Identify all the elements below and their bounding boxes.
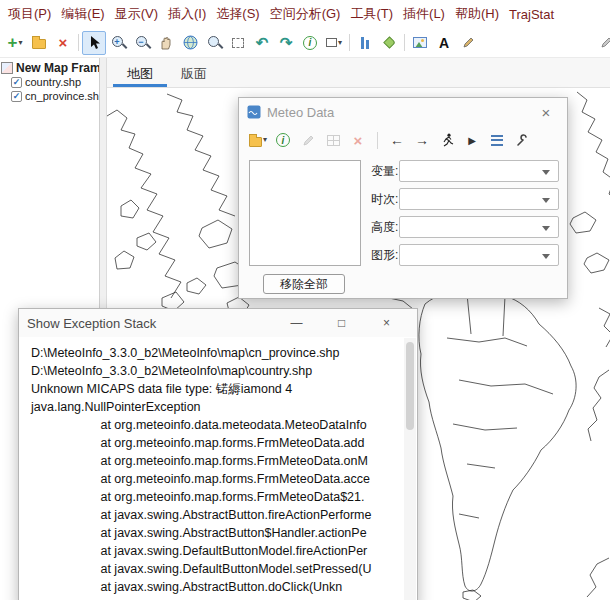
pen-icon xyxy=(302,134,315,147)
draw-data-button[interactable] xyxy=(299,131,317,149)
exception-stack-text[interactable]: D:\MeteoInfo_3.3.0_b2\MeteoInfo\map\cn_p… xyxy=(19,337,417,600)
animate-button[interactable] xyxy=(438,131,456,149)
step-button[interactable]: ▶ xyxy=(463,131,481,149)
graphic-combobox[interactable] xyxy=(399,244,559,266)
previous-time-button[interactable]: ← xyxy=(388,131,406,149)
dialog-title: Show Exception Stack xyxy=(27,316,156,331)
menu-trajstat[interactable]: TrajStat xyxy=(504,3,559,26)
main-toolbar: + ▾ × + − xyxy=(0,28,610,58)
map-frame-icon xyxy=(1,62,13,74)
text-icon: A xyxy=(439,36,449,50)
map-frame-node[interactable]: New Map Frame xyxy=(1,61,98,75)
data-info-button[interactable]: i xyxy=(274,131,292,149)
cursor-arrow-icon xyxy=(88,35,101,50)
layer-label: cn_province.shp xyxy=(25,90,100,102)
menu-plugins[interactable]: 插件(L) xyxy=(398,1,450,27)
menu-help[interactable]: 帮助(H) xyxy=(450,1,504,27)
select-tool-button[interactable] xyxy=(82,31,106,55)
insert-image-button[interactable] xyxy=(408,31,432,55)
menu-tools[interactable]: 工具(T) xyxy=(345,1,398,27)
zoom-to-extent-button[interactable] xyxy=(202,31,226,55)
label-button[interactable] xyxy=(377,31,401,55)
stack-line: java.lang.NullPointerException xyxy=(31,398,403,416)
full-extent-button[interactable] xyxy=(178,31,202,55)
insert-text-button[interactable]: A xyxy=(432,31,456,55)
play-icon: ▶ xyxy=(468,135,476,146)
layer-item-country[interactable]: ✓ country.shp xyxy=(1,75,98,89)
menu-spatial-analysis[interactable]: 空间分析(G) xyxy=(265,1,346,27)
close-button[interactable]: × xyxy=(364,316,409,330)
window-controls: — □ × xyxy=(274,316,409,330)
level-combobox[interactable] xyxy=(399,216,559,238)
exception-dialog-titlebar[interactable]: Show Exception Stack — □ × xyxy=(19,309,417,337)
close-button[interactable]: × xyxy=(533,104,559,121)
clipped-toolbar-button[interactable] xyxy=(594,31,610,55)
layer-label: country.shp xyxy=(25,76,81,88)
remove-all-button[interactable]: 移除全部 xyxy=(263,274,345,294)
layer-checkbox[interactable]: ✓ xyxy=(11,77,22,88)
maximize-button[interactable]: □ xyxy=(319,316,364,330)
tag-icon xyxy=(383,36,396,49)
variable-row: 变量: xyxy=(371,160,559,182)
time-label: 时次: xyxy=(371,191,399,208)
arrow-left-icon: ← xyxy=(390,132,404,148)
table-icon xyxy=(327,135,340,146)
variable-label: 变量: xyxy=(371,163,399,180)
redo-button[interactable]: ↷ xyxy=(274,31,298,55)
wrench-icon xyxy=(516,134,529,147)
measure-button[interactable] xyxy=(353,31,377,55)
meteo-dialog-titlebar[interactable]: Meteo Data × xyxy=(239,98,567,126)
open-file-button[interactable] xyxy=(27,31,51,55)
identify-button[interactable]: i xyxy=(298,31,322,55)
next-time-button[interactable]: → xyxy=(413,131,431,149)
zoom-out-button[interactable]: − xyxy=(130,31,154,55)
remove-data-button[interactable]: × xyxy=(349,131,367,149)
dialog-title: Meteo Data xyxy=(267,105,334,120)
close-icon: × xyxy=(354,133,363,148)
undo-icon: ↶ xyxy=(256,35,269,50)
plus-sign: + xyxy=(113,37,121,47)
meteoinfo-window: 项目(P) 编辑(E) 显示(V) 插入(I) 选择(S) 空间分析(G) 工具… xyxy=(0,0,610,600)
stack-line: at org.meteoinfo.map.forms.FrmMeteoData.… xyxy=(31,434,403,452)
menu-project[interactable]: 项目(P) xyxy=(3,1,56,27)
time-row: 时次: xyxy=(371,188,559,210)
vertical-scrollbar[interactable] xyxy=(404,338,416,600)
folder-icon xyxy=(32,39,46,49)
hand-icon xyxy=(159,36,173,50)
menu-view[interactable]: 显示(V) xyxy=(110,1,163,27)
tab-layout[interactable]: 版面 xyxy=(167,58,221,87)
remove-layers-button[interactable]: × xyxy=(51,31,75,55)
run-script-button[interactable] xyxy=(513,131,531,149)
add-layer-button[interactable]: + ▾ xyxy=(3,31,27,55)
stack-line: at javax.swing.AbstractButton.doClick(Un… xyxy=(31,578,403,596)
tab-map[interactable]: 地图 xyxy=(113,58,167,87)
measure-icon xyxy=(361,37,369,49)
meteo-dialog-body: 变量: 时次: 高度: 图形: 移除全部 xyxy=(239,154,567,300)
data-table-button[interactable] xyxy=(324,131,342,149)
settings-list-button[interactable] xyxy=(488,131,506,149)
menu-edit[interactable]: 编辑(E) xyxy=(56,1,109,27)
layer-checkbox[interactable]: ✓ xyxy=(11,91,22,102)
stack-line: at javax.swing.DefaultButtonModel.fireAc… xyxy=(31,542,403,560)
caret-down-icon: ▾ xyxy=(18,39,22,47)
pen-icon xyxy=(600,36,610,49)
minimize-button[interactable]: — xyxy=(274,316,319,330)
variable-combobox[interactable] xyxy=(399,160,559,182)
info-circle-icon: i xyxy=(303,36,317,50)
menu-selection[interactable]: 选择(S) xyxy=(211,1,264,27)
rect-icon xyxy=(326,38,337,47)
scrollbar-thumb[interactable] xyxy=(406,342,414,430)
open-data-button[interactable]: ▾ xyxy=(249,131,267,149)
toolbar-separator xyxy=(78,34,79,51)
pan-button[interactable] xyxy=(154,31,178,55)
arrow-right-icon: → xyxy=(415,132,429,148)
draw-button[interactable] xyxy=(456,31,480,55)
time-combobox[interactable] xyxy=(399,188,559,210)
zoom-in-button[interactable]: + xyxy=(106,31,130,55)
undo-button[interactable]: ↶ xyxy=(250,31,274,55)
select-feature-button[interactable]: ▾ xyxy=(322,31,346,55)
data-file-list[interactable] xyxy=(249,160,361,266)
layer-item-cn-province[interactable]: ✓ cn_province.shp xyxy=(1,89,98,103)
menu-insert[interactable]: 插入(I) xyxy=(163,1,211,27)
select-rectangle-button[interactable] xyxy=(226,31,250,55)
